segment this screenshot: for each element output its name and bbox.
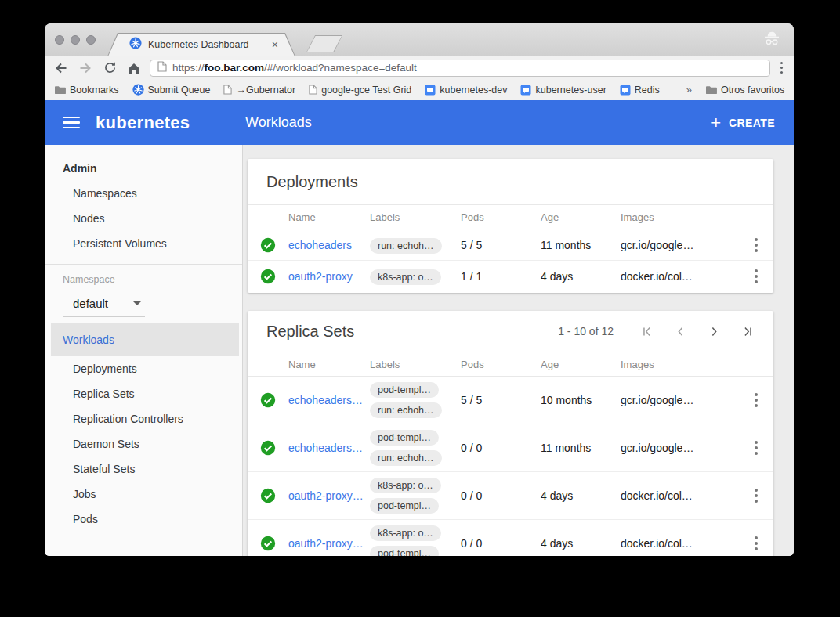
table-row: echoheaders… pod-templ… run: echoh… 5 / … bbox=[248, 377, 773, 424]
col-labels: Labels bbox=[370, 211, 461, 223]
pods-cell: 0 / 0 bbox=[461, 489, 541, 502]
sidebar-item-jobs[interactable]: Jobs bbox=[45, 482, 242, 507]
label-chip: run: echoh… bbox=[370, 238, 442, 254]
sidebar-item-deployments[interactable]: Deployments bbox=[45, 356, 242, 381]
home-button[interactable] bbox=[125, 60, 143, 77]
replica-set-link[interactable]: echoheaders… bbox=[288, 442, 370, 454]
table-row: oauth2-proxy k8s-app: o… 1 / 1 4 days do… bbox=[248, 261, 773, 292]
forward-button[interactable] bbox=[77, 60, 94, 77]
age-cell: 10 months bbox=[541, 394, 621, 406]
replica-set-link[interactable]: echoheaders… bbox=[288, 394, 370, 406]
sidebar-item-pods[interactable]: Pods bbox=[45, 507, 242, 532]
sidebar-divider bbox=[45, 264, 242, 265]
bookmark-bookmarks-folder[interactable]: Bookmarks bbox=[54, 85, 119, 96]
table-row: echoheaders… pod-templ… run: echoh… 0 / … bbox=[248, 424, 773, 472]
row-menu-button[interactable] bbox=[751, 438, 761, 458]
label-chip: pod-templ… bbox=[370, 382, 439, 398]
col-age: Age bbox=[541, 211, 621, 223]
status-ok-icon bbox=[260, 440, 288, 456]
browser-toolbar: https://foo.bar.com/#/workload?namespace… bbox=[45, 56, 794, 79]
deployment-link[interactable]: echoheaders bbox=[288, 239, 370, 251]
last-page-icon[interactable] bbox=[741, 325, 755, 338]
bookmark-kubernetes-user[interactable]: kubernetes-user bbox=[520, 85, 606, 96]
table-row: oauth2-proxy… k8s-app: o… pod-templ… 0 /… bbox=[248, 520, 773, 556]
new-tab-button[interactable] bbox=[306, 35, 342, 52]
row-menu-button[interactable] bbox=[751, 485, 761, 506]
sidebar-item-persistent-volumes[interactable]: Persistent Volumes bbox=[45, 231, 242, 256]
images-cell: docker.io/col… bbox=[621, 489, 739, 502]
replica-set-link[interactable]: oauth2-proxy… bbox=[288, 537, 370, 550]
close-tab-icon[interactable]: × bbox=[272, 39, 278, 50]
create-button[interactable]: + CREATE bbox=[711, 114, 775, 132]
replica-sets-table-header: Name Labels Pods Age Images bbox=[248, 352, 773, 377]
other-favorites-folder[interactable]: Otros favoritos bbox=[705, 85, 784, 96]
next-page-icon[interactable] bbox=[708, 325, 721, 338]
bookmark-kubernetes-dev[interactable]: kubernetes-dev bbox=[425, 85, 507, 96]
plus-icon: + bbox=[711, 114, 721, 132]
age-cell: 4 days bbox=[541, 489, 621, 502]
titlebar: Kubernetes Dashboard × bbox=[45, 23, 794, 56]
sidebar-item-nodes[interactable]: Nodes bbox=[45, 206, 242, 231]
label-chip: k8s-app: o… bbox=[370, 525, 441, 541]
bookmarks-overflow-chevron[interactable]: » bbox=[686, 84, 692, 96]
page-icon bbox=[158, 61, 167, 75]
page-icon bbox=[223, 85, 232, 95]
first-page-icon[interactable] bbox=[640, 325, 654, 338]
row-menu-button[interactable] bbox=[751, 390, 761, 410]
back-button[interactable] bbox=[52, 60, 70, 77]
bookmark-redis[interactable]: Redis bbox=[620, 85, 660, 96]
kubernetes-icon bbox=[132, 84, 144, 96]
browser-menu-button[interactable] bbox=[777, 59, 787, 78]
maximize-window-button[interactable] bbox=[86, 35, 96, 45]
age-cell: 4 days bbox=[541, 270, 621, 283]
table-row: echoheaders run: echoh… 5 / 5 11 months … bbox=[248, 229, 773, 261]
address-bar[interactable]: https://foo.bar.com/#/workload?namespace… bbox=[150, 60, 770, 77]
menu-hamburger-icon[interactable] bbox=[63, 117, 80, 129]
sidebar-item-replication-controllers[interactable]: Replication Controllers bbox=[45, 406, 242, 431]
sidebar-item-workloads[interactable]: Workloads bbox=[51, 323, 239, 356]
window-controls bbox=[55, 35, 96, 45]
bookmark-gubernator[interactable]: →Gubernator bbox=[223, 85, 295, 96]
col-age: Age bbox=[541, 359, 621, 370]
row-menu-button[interactable] bbox=[751, 533, 761, 554]
pagination: 1 - 10 of 12 bbox=[558, 325, 755, 338]
label-chip: k8s-app: o… bbox=[370, 478, 441, 493]
bookmark-submit-queue[interactable]: Submit Queue bbox=[132, 84, 211, 96]
kubernetes-logo[interactable]: kubernetes bbox=[96, 113, 190, 133]
col-images: Images bbox=[621, 211, 739, 223]
bookmarks-bar: Bookmarks Submit Queue →Gubernator googl… bbox=[45, 79, 794, 100]
col-labels: Labels bbox=[370, 359, 461, 370]
groups-icon bbox=[520, 85, 531, 96]
browser-tab[interactable]: Kubernetes Dashboard × bbox=[107, 33, 295, 56]
replica-set-link[interactable]: oauth2-proxy… bbox=[288, 489, 370, 502]
images-cell: gcr.io/google… bbox=[621, 442, 739, 454]
label-chip: pod-templ… bbox=[370, 546, 439, 556]
namespace-select[interactable]: default bbox=[45, 290, 242, 316]
pods-cell: 5 / 5 bbox=[461, 394, 541, 406]
sidebar-item-replica-sets[interactable]: Replica Sets bbox=[45, 381, 242, 406]
deployment-link[interactable]: oauth2-proxy bbox=[288, 270, 370, 283]
close-window-button[interactable] bbox=[55, 35, 64, 45]
sidebar-item-namespaces[interactable]: Namespaces bbox=[45, 181, 242, 206]
previous-page-icon[interactable] bbox=[674, 325, 687, 338]
status-ok-icon bbox=[260, 536, 288, 551]
images-cell: docker.io/col… bbox=[621, 270, 739, 283]
col-pods: Pods bbox=[461, 359, 541, 370]
reload-button[interactable] bbox=[101, 60, 118, 77]
url-text: https://foo.bar.com/#/workload?namespace… bbox=[172, 62, 417, 74]
sidebar-nav: Admin Namespaces Nodes Persistent Volume… bbox=[45, 145, 243, 556]
bookmark-google-gce-test-grid[interactable]: google-gce Test Grid bbox=[309, 85, 411, 96]
sidebar-item-daemon-sets[interactable]: Daemon Sets bbox=[45, 431, 242, 456]
groups-icon bbox=[620, 85, 631, 96]
images-cell: gcr.io/google… bbox=[621, 239, 739, 251]
row-menu-button[interactable] bbox=[751, 266, 761, 287]
sidebar-item-stateful-sets[interactable]: Stateful Sets bbox=[45, 456, 242, 482]
minimize-window-button[interactable] bbox=[71, 35, 80, 45]
kubernetes-favicon bbox=[129, 37, 142, 52]
sidebar-item-admin[interactable]: Admin bbox=[45, 156, 242, 181]
row-menu-button[interactable] bbox=[751, 235, 761, 255]
app-header: kubernetes Workloads + CREATE bbox=[45, 100, 794, 145]
namespace-select-underline bbox=[63, 316, 145, 317]
pods-cell: 5 / 5 bbox=[461, 239, 541, 251]
label-chip: run: echoh… bbox=[370, 402, 442, 418]
